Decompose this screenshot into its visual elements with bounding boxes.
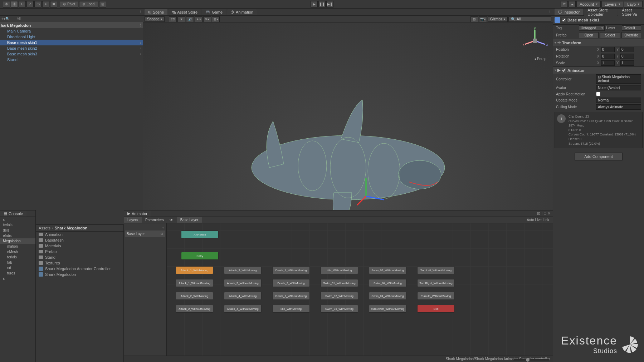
thumbnail-size-slider[interactable] [513,359,549,361]
hierarchy-item[interactable]: Base mesh skin1› [0,40,143,45]
scl-y[interactable] [620,60,634,66]
snap-toggle[interactable]: ⊞ [99,1,106,8]
culling-dropdown[interactable]: Always Animate [596,104,641,110]
scale-tool[interactable]: ⤢ [26,1,34,8]
tab-menu-icon[interactable]: ⁝ [549,10,553,14]
cloud-icon[interactable]: ☁ [569,1,576,8]
tab-animation[interactable]: ⏱ Animation [227,9,257,15]
2d-toggle[interactable]: 2D [169,16,177,22]
shading-dropdown[interactable]: Shaded ▾ [145,16,165,22]
state-node[interactable]: Attack_4_WithoutMoving [224,305,262,313]
pos-y[interactable] [620,47,634,52]
proj-tree-item[interactable]: terials [0,254,35,260]
project-item[interactable]: BaseMesh [36,237,123,243]
tag-dropdown[interactable]: Untagged▾ [579,25,605,31]
proj-tree-item[interactable]: eMesh [0,249,35,254]
auto-live-link[interactable]: Auto Live Link [523,217,553,223]
transform-header[interactable]: ⊹ Transform [553,39,644,46]
scene-search[interactable]: 🔍 All [508,16,551,22]
state-node[interactable]: Death_2_WithoutMoving [272,292,310,300]
fx-toggle[interactable]: ✦▾ [195,16,203,22]
state-node[interactable]: Idle_WithoutMoving [321,266,358,274]
audio-toggle[interactable]: 🔊 [186,16,194,22]
project-item[interactable]: Animation [36,232,123,237]
tab-scene[interactable]: ⊞ Scene [145,9,167,15]
proj-tree-item[interactable]: efabs [0,233,35,238]
hierarchy-item[interactable]: Base mesh skin2› [0,45,143,51]
proj-tree-item[interactable]: fab [0,260,35,265]
layer-row[interactable]: Base Layer⚙ [125,230,165,237]
scene-row[interactable]: hark Megalodon⁝ [0,22,143,28]
state-exit[interactable]: Exit [417,305,455,313]
persp-label[interactable]: ◂ Persp [534,57,546,61]
tab-game[interactable]: 🎮 Game [202,9,226,15]
hierarchy-search[interactable] [11,17,141,21]
anim-breadcrumb[interactable]: Base Layer [177,217,202,223]
state-default[interactable]: Attack_1_WithMoving [176,266,213,274]
proj-tree-item[interactable]: mation [0,244,35,249]
state-node[interactable]: Swim_03_WithoutMoving [369,266,406,274]
state-node[interactable]: TurnLeft_WithoutMoving [417,266,455,274]
controller-field[interactable]: ⊡ Shark Megalodon Animat [596,74,641,84]
state-node[interactable]: Attack_1_WithoutMoving [176,279,213,287]
active-checkbox[interactable] [562,18,566,22]
cam-toggle[interactable]: 📷▾ [479,16,487,22]
animator-header[interactable]: ▶ Animator [553,67,644,74]
proj-tree-item[interactable]: dels [0,228,35,233]
state-node[interactable]: Swim_03_WithMoving [321,305,358,313]
scl-x[interactable] [601,60,615,66]
hierarchy-item[interactable]: Stand [0,57,143,63]
breadcrumb[interactable]: Assets›Shark Megalodon [36,225,123,232]
state-node[interactable]: Swim_02_WithMoving [321,292,358,300]
state-node[interactable]: Attack_3_WithMoving [224,266,262,274]
vis-toggle[interactable]: 👁▾ [203,16,211,22]
anim-tab-layers[interactable]: Layers [124,217,142,223]
project-item[interactable]: Textures [36,260,123,266]
proj-tree-item[interactable]: s [0,217,35,222]
proj-tree-item[interactable]: tures [0,271,35,276]
avatar-field[interactable]: None (Avatar) [596,85,641,90]
pause-button[interactable]: ❚❚ [318,1,326,8]
pos-x[interactable] [601,47,615,52]
collab-icon[interactable]: ⟳ [561,1,568,8]
account-dropdown[interactable]: Account [576,1,601,8]
gear-icon[interactable]: ⚙ [160,232,164,236]
rot-y[interactable] [620,54,634,59]
project-item[interactable]: Stand [36,254,123,260]
light-toggle[interactable]: ☀ [177,16,185,22]
move-tool[interactable]: ✢ [11,1,18,8]
step-button[interactable]: ▶❚ [326,1,333,8]
animator-graph[interactable]: Any State Entry Attack_1_WithMoving Atta… [167,223,553,356]
layout-dropdown[interactable]: Layo [624,1,643,8]
hierarchy-dropdown-icon[interactable]: ⁝ [140,10,141,14]
state-node[interactable]: TurnUp_WithoutMoving [417,292,455,300]
tab-asset-store[interactable]: 🛍 Asset Store [168,9,201,15]
state-node[interactable]: Death_1_WithoutMoving [272,266,310,274]
add-layer-icon[interactable]: + [162,225,164,230]
state-node[interactable]: Attack_4_WithMoving [224,292,262,300]
project-item[interactable]: Shark Megalodon [36,272,123,277]
rect-tool[interactable]: ▭ [34,1,42,8]
gizmos-dropdown[interactable]: Gizmos ▾ [488,16,508,22]
object-name[interactable]: Base mesh skin1 [567,18,643,22]
hand-tool[interactable]: ✥ [3,1,10,8]
prefab-overrides[interactable]: Override [621,32,641,38]
local-toggle[interactable]: ⊕ Local [79,1,98,8]
state-entry[interactable]: Entry [181,252,219,260]
state-any[interactable]: Any State [181,230,219,238]
iso-toggle[interactable]: ⊡ [470,16,478,22]
rot-x[interactable] [601,54,615,59]
state-node[interactable]: TurnRight_WithoutMoving [417,279,455,287]
state-node[interactable]: Attack_2_WithoutMoving [176,305,213,313]
grid-toggle[interactable]: ⊞▾ [212,16,220,22]
add-component-button[interactable]: Add Component [575,153,623,160]
hierarchy-item[interactable]: Base mesh skin3› [0,51,143,57]
panel-menu-icon[interactable]: ⊡ ⁝ □ ✕ [537,211,553,216]
hierarchy-item[interactable]: Directional Light [0,34,143,40]
custom-tool[interactable]: ✖ [50,1,57,8]
tab-console[interactable]: ▤ Console [0,210,26,217]
layer-dropdown[interactable]: Default [622,25,641,31]
project-item[interactable]: Prefab [36,249,123,254]
state-node[interactable]: TurnDown_WithoutMoving [369,305,406,313]
root-motion-checkbox[interactable] [596,92,600,96]
